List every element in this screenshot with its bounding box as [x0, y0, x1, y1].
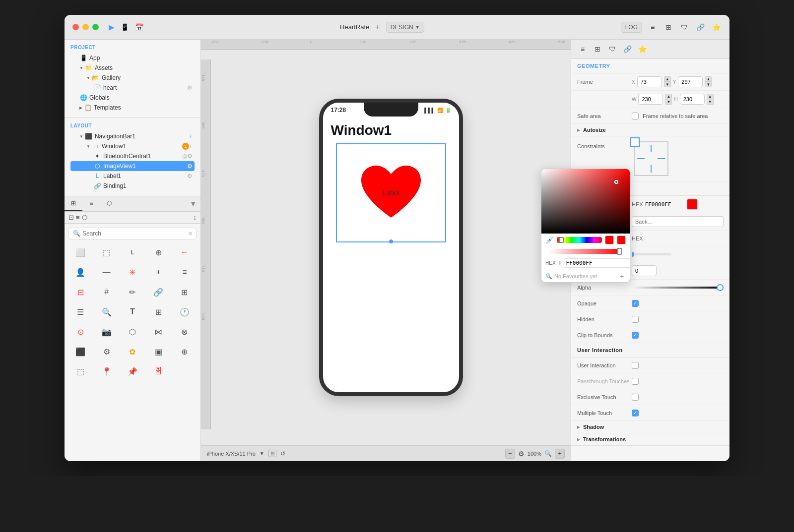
widget-chain2[interactable]: ⊗ — [173, 323, 197, 341]
device-chevron[interactable]: ▼ — [260, 451, 265, 456]
heart-settings[interactable]: ⚙ — [187, 84, 193, 91]
widget-clock[interactable]: 🕐 — [173, 303, 197, 321]
zoom-in-button[interactable]: + — [555, 449, 565, 459]
hex-value-input[interactable] — [564, 258, 630, 268]
list-props-icon[interactable]: ≡ — [577, 44, 588, 55]
resize-icon[interactable]: ⊞ — [592, 44, 603, 55]
widget-lines[interactable]: ≡ — [173, 263, 197, 281]
opacity-bar[interactable] — [549, 249, 622, 254]
log-button[interactable]: LOG — [621, 22, 642, 33]
list-icon[interactable]: ≡ — [189, 230, 192, 237]
transformations-section[interactable]: ▶ Transformations — [571, 433, 729, 446]
hue-strip[interactable] — [557, 237, 602, 243]
tab-widgets[interactable]: ⊞ — [65, 196, 82, 211]
autosize-section[interactable]: ▶ Autosize — [571, 124, 729, 136]
list-icon[interactable]: ≡ — [647, 22, 658, 33]
widget-label[interactable]: L — [121, 243, 144, 261]
widget-location[interactable]: 📍 — [94, 362, 118, 380]
y-input[interactable] — [678, 76, 703, 87]
opaque-checkbox[interactable]: ✓ — [632, 300, 639, 307]
list-view-icon[interactable]: ≡ — [76, 214, 80, 221]
tree-item-templates[interactable]: ▶ 📋 Templates — [70, 103, 195, 113]
corner-radius-input[interactable] — [632, 265, 657, 276]
y-stepper[interactable]: ▲▼ — [705, 76, 712, 87]
star2-icon[interactable]: ⭐ — [637, 44, 648, 55]
alpha-slider[interactable] — [632, 287, 724, 289]
multiple-touch-checkbox[interactable]: ✓ — [632, 410, 639, 416]
widget-table[interactable]: ⊟ — [68, 283, 92, 301]
widget-hash[interactable]: # — [94, 283, 118, 301]
panel-collapse[interactable]: ▼ — [186, 200, 200, 208]
w-input[interactable] — [638, 94, 663, 105]
color-result-swatch[interactable] — [605, 236, 614, 244]
widget-line[interactable]: — — [94, 263, 118, 281]
widget-camera[interactable]: 📷 — [94, 323, 118, 341]
tree-item-assets[interactable]: ▼ 📁 Assets — [70, 63, 195, 73]
tag-icon[interactable]: ⬡ — [82, 214, 87, 221]
widget-text[interactable]: ☰ — [68, 303, 92, 321]
settings-circle[interactable]: ⚙ — [518, 450, 525, 458]
tint-hex-input[interactable] — [645, 201, 685, 208]
widget-stack[interactable]: ⊕ — [173, 343, 197, 360]
add-button[interactable]: + — [375, 23, 380, 32]
h-stepper[interactable]: ▲▼ — [707, 94, 714, 105]
bluetooth-action1[interactable]: ◎ — [182, 153, 187, 160]
imageview-settings[interactable]: ⚙ — [187, 163, 193, 170]
window-add[interactable]: + — [189, 143, 193, 150]
device-icon[interactable]: 📱 — [121, 23, 129, 31]
tab-components[interactable]: ≡ — [82, 196, 100, 211]
tree-item-window1[interactable]: ▼ □ Window1 1 + — [70, 141, 195, 151]
minimize-button[interactable] — [82, 24, 89, 30]
widget-frame[interactable]: ⬚ — [68, 362, 92, 380]
widget-align[interactable]: ⊞ — [173, 283, 197, 301]
clip-bounds-checkbox[interactable]: ✓ — [632, 332, 639, 339]
grid-icon[interactable]: ⊞ — [663, 22, 674, 33]
play-icon[interactable]: ▶ — [109, 23, 115, 32]
tree-item-gallery[interactable]: ▼ 📂 Gallery — [70, 73, 195, 83]
search-input[interactable] — [82, 230, 189, 237]
widget-dashed[interactable]: ⬚ — [94, 243, 118, 261]
widget-database[interactable]: 🗄 — [146, 362, 170, 380]
widget-gear[interactable]: ⚙ — [94, 343, 118, 360]
calendar-icon[interactable]: 📅 — [135, 23, 143, 31]
widget-chain[interactable]: 🔗 — [146, 283, 170, 301]
tree-item-heart[interactable]: 📄 heart ⚙ — [70, 83, 195, 93]
widget-person[interactable]: 👤 — [68, 263, 92, 281]
hex-stepper[interactable]: ⇕ — [558, 260, 562, 266]
frame-icon[interactable]: ⊡ — [268, 450, 276, 457]
widget-pin[interactable]: 📌 — [121, 362, 144, 380]
link-icon[interactable]: 🔗 — [695, 22, 706, 33]
passthrough-checkbox[interactable] — [632, 378, 639, 385]
grid-view-icon[interactable]: ⊡ — [68, 214, 74, 221]
link2-icon[interactable]: 🔗 — [622, 44, 633, 55]
tree-item-label1[interactable]: L Label1 ⚙ — [70, 171, 195, 181]
hidden-checkbox[interactable] — [632, 316, 639, 323]
tab-media[interactable]: ⬡ — [100, 196, 118, 211]
shield2-icon[interactable]: 🛡 — [607, 44, 618, 55]
w-stepper[interactable]: ▲▼ — [665, 94, 672, 105]
navbar-add[interactable]: + — [189, 133, 193, 140]
widget-pencil[interactable]: ✏ — [121, 283, 144, 301]
sort-icon[interactable]: ↕ — [194, 214, 197, 221]
constraints-box[interactable] — [634, 141, 668, 176]
tree-item-navbar[interactable]: ▼ ⬛ NavigationBar1 + — [70, 131, 195, 141]
tint-color-swatch[interactable] — [687, 199, 698, 210]
widget-search[interactable]: 🔍 — [94, 303, 118, 321]
close-button[interactable] — [72, 24, 79, 30]
user-interaction-checkbox[interactable] — [632, 362, 639, 369]
shadow-section[interactable]: ▶ Shadow — [571, 421, 729, 433]
widget-arrow[interactable]: ← — [173, 243, 197, 261]
widget-rect[interactable]: ⬛ — [68, 343, 92, 360]
image-view-area[interactable]: Label — [336, 143, 446, 242]
shield-icon[interactable]: 🛡 — [679, 22, 690, 33]
design-button[interactable]: DESIGN ▼ — [386, 22, 424, 33]
safe-area-checkbox[interactable] — [632, 113, 639, 119]
color-gradient[interactable] — [541, 169, 630, 234]
widget-layers[interactable]: ⬡ — [121, 323, 144, 341]
exclusive-touch-checkbox[interactable] — [632, 394, 639, 401]
widget-T[interactable]: T — [121, 303, 144, 321]
zoom-search-icon[interactable]: 🔍 — [544, 450, 552, 457]
tree-item-imageview[interactable]: ⬡ ImageView1 ⚙ — [70, 161, 195, 171]
widget-nodes[interactable]: ⋈ — [146, 323, 170, 341]
h-input[interactable] — [680, 94, 705, 105]
